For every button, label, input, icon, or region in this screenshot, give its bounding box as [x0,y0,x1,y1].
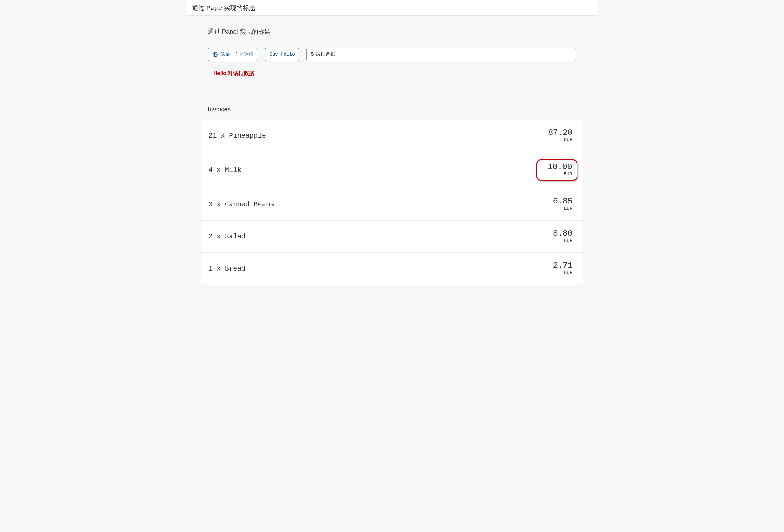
invoice-row[interactable]: 1 x Bread2.71EUR [201,253,583,285]
invoice-item-desc: 2 x Salad [208,233,246,241]
invoices-title: Invoices [208,106,576,113]
invoices-list: 21 x Pineapple87.20EUR4 x Milk10.00EUR3 … [201,120,583,285]
invoice-currency: EUR [553,270,572,276]
dialog-data-input[interactable] [306,48,576,61]
invoice-price-highlight: 10.00EUR [536,160,578,181]
invoice-currency: EUR [548,137,572,143]
invoice-item-desc: 1 x Bread [208,265,246,273]
invoice-price: 8.80EUR [550,228,576,245]
invoice-row[interactable]: 2 x Salad8.80EUR [201,221,583,253]
invoice-currency: EUR [548,172,572,177]
page-header: 通过 Page 实现的标题 [186,0,598,16]
page-title-part-2: Page [206,5,222,12]
panel-divider-top [201,41,583,41]
open-dialog-button-label: 这是一个对话框 [221,52,253,57]
say-hello-button-label: Say Hello [270,52,295,57]
page-title-part-1: 通过 [192,4,205,12]
invoice-item-desc: 4 x Milk [208,166,242,174]
invoice-row[interactable]: 3 x Canned Beans6.85EUR [201,189,583,221]
invoice-price: 87.20EUR [545,127,576,144]
page-root: 通过 Page 实现的标题 通过 Panel 实现的标题 这是一个对话框 Say… [186,0,598,285]
panel-toolbar: 这是一个对话框 Say Hello [201,48,583,69]
page-title: 通过 Page 实现的标题 [192,4,592,12]
invoice-currency: EUR [553,238,572,244]
open-dialog-button[interactable]: 这是一个对话框 [208,48,258,61]
page-title-part-3: 实现的标题 [224,4,255,12]
panel-title: 通过 Panel 实现的标题 [208,27,576,36]
invoice-amount: 6.85 [553,197,572,205]
invoice-item-desc: 21 x Pineapple [208,132,266,140]
globe-icon [213,52,218,57]
invoice-row[interactable]: 21 x Pineapple87.20EUR [201,120,583,152]
panel-divider-bottom [201,88,583,88]
invoice-row[interactable]: 4 x Milk10.00EUR [201,152,583,189]
invoice-amount: 87.20 [548,129,572,137]
invoice-amount: 2.71 [553,261,572,270]
hello-output: Hello 对话框数据 [201,69,583,88]
invoice-item-desc: 3 x Canned Beans [208,201,274,208]
invoice-amount: 10.00 [548,163,572,171]
invoice-currency: EUR [553,206,572,212]
invoice-price: 6.85EUR [550,196,576,213]
invoice-price: 2.71EUR [550,260,576,277]
invoice-amount: 8.80 [553,229,572,237]
say-hello-button[interactable]: Say Hello [265,48,300,61]
panel: 通过 Panel 实现的标题 这是一个对话框 Say Hello Hello 对… [186,16,598,285]
